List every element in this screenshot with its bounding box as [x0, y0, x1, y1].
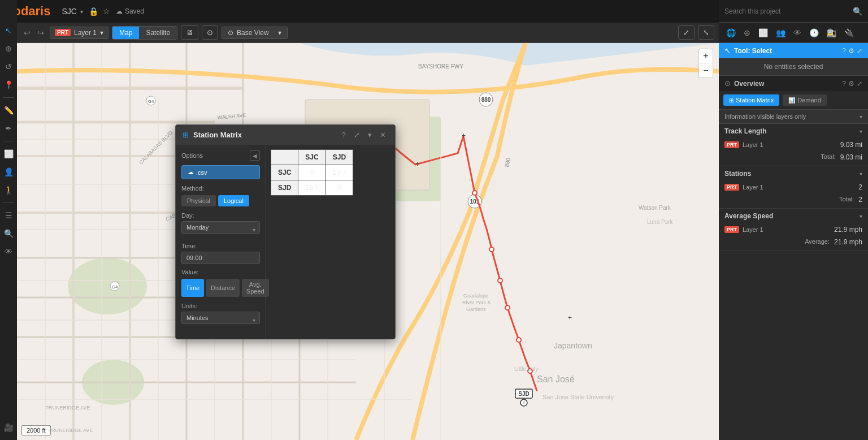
sidebar-item-pin[interactable]: 📍	[1, 77, 16, 93]
scale-label: 2000 ft	[27, 427, 46, 434]
sidebar-item-search[interactable]: 🔍	[1, 226, 16, 241]
svg-text:Guadalupe: Guadalupe	[463, 293, 488, 299]
track-length-layer-name: Layer 1	[743, 141, 763, 148]
dialog-header[interactable]: ⊞ Station Matrix ? ⤢ ▾ ✕	[176, 125, 395, 145]
layer-name: Layer 1	[74, 29, 97, 37]
sidebar-item-user[interactable]: 👤	[1, 164, 16, 180]
search-input[interactable]	[724, 7, 848, 15]
sidebar-item-select[interactable]: ↖	[1, 23, 16, 38]
dialog-close-button[interactable]: ✕	[377, 130, 388, 140]
project-name[interactable]: SJC ▾	[62, 7, 83, 16]
map-button[interactable]: Map	[112, 27, 139, 39]
zoom-in-button[interactable]: +	[698, 49, 713, 63]
layers-icon-button[interactable]: ⊕	[741, 27, 753, 39]
dialog-title: Station Matrix	[193, 131, 335, 139]
track-length-total-value: 9.03 mi	[840, 153, 862, 161]
method-logical-button[interactable]: Logical	[218, 195, 249, 206]
zoom-out-button[interactable]: −	[698, 63, 713, 78]
star-icon[interactable]: ☆	[103, 7, 110, 16]
tool-expand-button[interactable]: ⤢	[857, 47, 862, 55]
layer-selector[interactable]: PRT Layer 1 ▾	[50, 27, 108, 39]
svg-text:+: +	[568, 314, 572, 322]
sidebar-item-refresh[interactable]: ↺	[1, 59, 16, 75]
overview-expand-button[interactable]: ⤢	[857, 80, 862, 88]
display-icon-btn[interactable]: 🖥	[181, 25, 198, 40]
track-length-section: Track Length ▾ PRT Layer 1 9.03 mi Total…	[719, 124, 868, 166]
day-selector[interactable]: Monday	[181, 221, 260, 234]
svg-text:Luna Park: Luna Park	[647, 219, 674, 225]
matrix-header-sjc: SJC	[298, 150, 326, 165]
table-row: SJD 18.7 0	[271, 180, 353, 196]
units-selector[interactable]: Minutes	[181, 312, 260, 324]
satellite-button[interactable]: Satellite	[139, 27, 177, 39]
time-input[interactable]	[181, 252, 260, 264]
project-dropdown-icon[interactable]: ▾	[80, 8, 83, 15]
sidebar-item-list[interactable]: ☰	[1, 208, 16, 223]
stations-total-row: Total: 2	[719, 193, 868, 208]
stations-total-label: Total:	[839, 196, 854, 204]
sidebar-item-camera[interactable]: 🎥	[1, 420, 16, 435]
no-entities-message: No entities selected	[719, 58, 868, 75]
dialog-help-button[interactable]: ?	[340, 130, 348, 140]
svg-text:Gardens: Gardens	[466, 307, 486, 312]
eye-icon-button[interactable]: 👁	[791, 27, 804, 39]
info-visible-label: Information visible layers only	[724, 113, 806, 120]
search-icon[interactable]: 🔍	[853, 7, 862, 16]
options-collapse-button[interactable]: ◀	[250, 150, 260, 161]
transit-icon-button[interactable]: 🚉	[824, 27, 839, 39]
tool-help-button[interactable]: ?	[842, 47, 846, 55]
saved-badge: ☁ Saved	[116, 7, 144, 15]
dialog-collapse-button[interactable]: ▾	[366, 130, 374, 140]
expand-button[interactable]: ⤢	[678, 25, 695, 40]
dialog-content: Options ◀ ☁ .csv Method: Physical Logica…	[176, 145, 395, 339]
fullscreen-button[interactable]: ⤡	[698, 25, 714, 40]
svg-text:Little Italy: Little Italy	[514, 366, 538, 372]
csv-download-button[interactable]: ☁ .csv	[181, 165, 260, 179]
track-length-header[interactable]: Track Length ▾	[719, 124, 868, 139]
users-icon-button[interactable]: 👥	[773, 27, 788, 39]
value-time-button[interactable]: Time	[181, 279, 204, 297]
svg-text:BAYSHORE FWY: BAYSHORE FWY	[418, 63, 463, 70]
sidebar-item-layers[interactable]: ⊕	[1, 41, 16, 57]
track-length-prt-badge: PRT	[724, 141, 739, 148]
globe-icon-button[interactable]: 🌐	[723, 27, 739, 39]
overview-help-button[interactable]: ?	[842, 80, 846, 88]
method-physical-button[interactable]: Physical	[181, 195, 216, 206]
redo-button[interactable]: ↪	[35, 27, 46, 38]
lock-icon[interactable]: 🔒	[89, 7, 98, 16]
matrix-header-row: SJC SJD	[271, 150, 353, 165]
overview-settings-button[interactable]: ⚙	[848, 80, 854, 88]
stations-header[interactable]: Stations ▾	[719, 166, 868, 181]
sidebar-item-walk[interactable]: 🚶	[1, 182, 16, 198]
sidebar-item-box[interactable]: ⬜	[1, 146, 16, 162]
tool-settings-button[interactable]: ⚙	[848, 47, 854, 55]
dialog-expand-button[interactable]: ⤢	[351, 130, 362, 140]
window-icon-button[interactable]: ⬜	[756, 27, 771, 39]
info-expand-button[interactable]: ▾	[860, 114, 862, 120]
top-bar-icons: 🔒 ☆	[89, 7, 110, 16]
avg-speed-header[interactable]: Average Speed ▾	[719, 209, 868, 223]
zoom-controls: + −	[698, 49, 713, 78]
location-icon-btn[interactable]: ⊙	[202, 25, 218, 40]
value-distance-button[interactable]: Distance	[206, 279, 240, 297]
sidebar-item-pen[interactable]: ✒	[1, 120, 16, 136]
undo-button[interactable]: ↩	[21, 27, 33, 38]
avg-speed-title: Average Speed	[724, 212, 773, 220]
stations-prt-badge: PRT	[724, 184, 739, 191]
csv-label: .csv	[196, 169, 207, 176]
stations-row: PRT Layer 1 2	[719, 181, 868, 193]
demand-tab-icon: 📊	[788, 97, 795, 103]
tab-station-matrix[interactable]: ⊞ Station Matrix	[723, 94, 779, 106]
sidebar-item-edit[interactable]: ✏️	[1, 102, 16, 118]
dialog-options-panel: Options ◀ ☁ .csv Method: Physical Logica…	[176, 145, 266, 339]
tool-select-title: Tool: Select	[734, 47, 839, 55]
base-view-selector[interactable]: ⊙ Base View ▾	[222, 27, 287, 39]
value-avg-speed-button[interactable]: Avg. Speed	[242, 279, 269, 297]
sidebar-item-eye[interactable]: 👁	[1, 244, 16, 260]
left-sidebar: ↖ ⊕ ↺ 📍 ✏️ ✒ ⬜ 👤 🚶 ☰ 🔍 👁 🎥	[0, 0, 17, 440]
clock-icon-button[interactable]: 🕐	[806, 27, 822, 39]
plug-icon-button[interactable]: 🔌	[841, 27, 857, 39]
svg-text:G4: G4	[148, 99, 154, 104]
overview-title: Overview	[734, 80, 839, 88]
tab-demand[interactable]: 📊 Demand	[783, 94, 827, 106]
